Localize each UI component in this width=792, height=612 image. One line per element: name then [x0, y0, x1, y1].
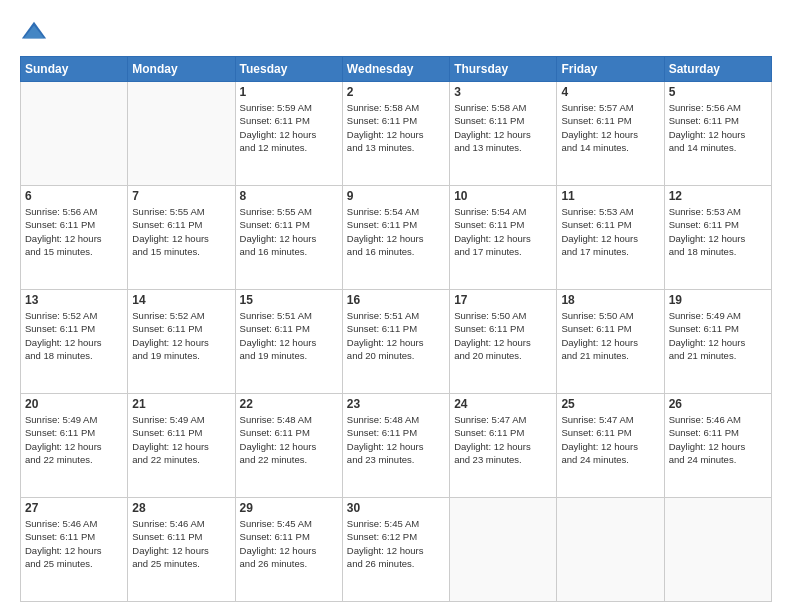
day-info: Sunrise: 5:52 AM Sunset: 6:11 PM Dayligh…: [132, 309, 230, 362]
day-number: 15: [240, 293, 338, 307]
weekday-header: Monday: [128, 57, 235, 82]
calendar-table: SundayMondayTuesdayWednesdayThursdayFrid…: [20, 56, 772, 602]
day-number: 26: [669, 397, 767, 411]
calendar-day-cell: 11Sunrise: 5:53 AM Sunset: 6:11 PM Dayli…: [557, 186, 664, 290]
day-info: Sunrise: 5:49 AM Sunset: 6:11 PM Dayligh…: [25, 413, 123, 466]
calendar-day-cell: 19Sunrise: 5:49 AM Sunset: 6:11 PM Dayli…: [664, 290, 771, 394]
day-info: Sunrise: 5:50 AM Sunset: 6:11 PM Dayligh…: [561, 309, 659, 362]
calendar-day-cell: 13Sunrise: 5:52 AM Sunset: 6:11 PM Dayli…: [21, 290, 128, 394]
day-info: Sunrise: 5:55 AM Sunset: 6:11 PM Dayligh…: [240, 205, 338, 258]
header: [20, 18, 772, 46]
day-info: Sunrise: 5:47 AM Sunset: 6:11 PM Dayligh…: [561, 413, 659, 466]
calendar-day-cell: 16Sunrise: 5:51 AM Sunset: 6:11 PM Dayli…: [342, 290, 449, 394]
weekday-header: Tuesday: [235, 57, 342, 82]
day-info: Sunrise: 5:48 AM Sunset: 6:11 PM Dayligh…: [240, 413, 338, 466]
day-info: Sunrise: 5:53 AM Sunset: 6:11 PM Dayligh…: [561, 205, 659, 258]
day-number: 11: [561, 189, 659, 203]
day-info: Sunrise: 5:54 AM Sunset: 6:11 PM Dayligh…: [347, 205, 445, 258]
calendar-day-cell: [128, 82, 235, 186]
weekday-header: Sunday: [21, 57, 128, 82]
day-info: Sunrise: 5:46 AM Sunset: 6:11 PM Dayligh…: [132, 517, 230, 570]
day-number: 6: [25, 189, 123, 203]
day-info: Sunrise: 5:58 AM Sunset: 6:11 PM Dayligh…: [347, 101, 445, 154]
calendar-day-cell: 26Sunrise: 5:46 AM Sunset: 6:11 PM Dayli…: [664, 394, 771, 498]
calendar-week-row: 6Sunrise: 5:56 AM Sunset: 6:11 PM Daylig…: [21, 186, 772, 290]
day-info: Sunrise: 5:47 AM Sunset: 6:11 PM Dayligh…: [454, 413, 552, 466]
calendar-week-row: 20Sunrise: 5:49 AM Sunset: 6:11 PM Dayli…: [21, 394, 772, 498]
day-number: 28: [132, 501, 230, 515]
day-info: Sunrise: 5:58 AM Sunset: 6:11 PM Dayligh…: [454, 101, 552, 154]
day-info: Sunrise: 5:46 AM Sunset: 6:11 PM Dayligh…: [25, 517, 123, 570]
logo-icon: [20, 18, 48, 46]
day-number: 16: [347, 293, 445, 307]
calendar-day-cell: 17Sunrise: 5:50 AM Sunset: 6:11 PM Dayli…: [450, 290, 557, 394]
day-number: 21: [132, 397, 230, 411]
page: SundayMondayTuesdayWednesdayThursdayFrid…: [0, 0, 792, 612]
calendar-day-cell: 2Sunrise: 5:58 AM Sunset: 6:11 PM Daylig…: [342, 82, 449, 186]
calendar-day-cell: 8Sunrise: 5:55 AM Sunset: 6:11 PM Daylig…: [235, 186, 342, 290]
calendar-day-cell: 30Sunrise: 5:45 AM Sunset: 6:12 PM Dayli…: [342, 498, 449, 602]
day-number: 22: [240, 397, 338, 411]
day-info: Sunrise: 5:51 AM Sunset: 6:11 PM Dayligh…: [240, 309, 338, 362]
calendar-week-row: 27Sunrise: 5:46 AM Sunset: 6:11 PM Dayli…: [21, 498, 772, 602]
day-info: Sunrise: 5:51 AM Sunset: 6:11 PM Dayligh…: [347, 309, 445, 362]
weekday-header: Saturday: [664, 57, 771, 82]
logo: [20, 18, 52, 46]
calendar-day-cell: 15Sunrise: 5:51 AM Sunset: 6:11 PM Dayli…: [235, 290, 342, 394]
day-number: 29: [240, 501, 338, 515]
calendar-day-cell: 24Sunrise: 5:47 AM Sunset: 6:11 PM Dayli…: [450, 394, 557, 498]
day-number: 9: [347, 189, 445, 203]
day-number: 17: [454, 293, 552, 307]
calendar-day-cell: 4Sunrise: 5:57 AM Sunset: 6:11 PM Daylig…: [557, 82, 664, 186]
day-number: 14: [132, 293, 230, 307]
calendar-day-cell: 1Sunrise: 5:59 AM Sunset: 6:11 PM Daylig…: [235, 82, 342, 186]
day-info: Sunrise: 5:56 AM Sunset: 6:11 PM Dayligh…: [669, 101, 767, 154]
day-number: 24: [454, 397, 552, 411]
day-info: Sunrise: 5:55 AM Sunset: 6:11 PM Dayligh…: [132, 205, 230, 258]
calendar-day-cell: 29Sunrise: 5:45 AM Sunset: 6:11 PM Dayli…: [235, 498, 342, 602]
calendar-header-row: SundayMondayTuesdayWednesdayThursdayFrid…: [21, 57, 772, 82]
day-number: 3: [454, 85, 552, 99]
day-number: 10: [454, 189, 552, 203]
day-info: Sunrise: 5:50 AM Sunset: 6:11 PM Dayligh…: [454, 309, 552, 362]
day-number: 5: [669, 85, 767, 99]
day-info: Sunrise: 5:52 AM Sunset: 6:11 PM Dayligh…: [25, 309, 123, 362]
calendar-day-cell: 9Sunrise: 5:54 AM Sunset: 6:11 PM Daylig…: [342, 186, 449, 290]
calendar-day-cell: 27Sunrise: 5:46 AM Sunset: 6:11 PM Dayli…: [21, 498, 128, 602]
calendar-day-cell: 5Sunrise: 5:56 AM Sunset: 6:11 PM Daylig…: [664, 82, 771, 186]
day-number: 30: [347, 501, 445, 515]
calendar-day-cell: [557, 498, 664, 602]
day-info: Sunrise: 5:54 AM Sunset: 6:11 PM Dayligh…: [454, 205, 552, 258]
day-number: 25: [561, 397, 659, 411]
calendar-day-cell: 18Sunrise: 5:50 AM Sunset: 6:11 PM Dayli…: [557, 290, 664, 394]
day-info: Sunrise: 5:45 AM Sunset: 6:11 PM Dayligh…: [240, 517, 338, 570]
day-number: 12: [669, 189, 767, 203]
calendar-day-cell: [21, 82, 128, 186]
day-info: Sunrise: 5:48 AM Sunset: 6:11 PM Dayligh…: [347, 413, 445, 466]
day-number: 20: [25, 397, 123, 411]
calendar-day-cell: 25Sunrise: 5:47 AM Sunset: 6:11 PM Dayli…: [557, 394, 664, 498]
calendar-day-cell: 7Sunrise: 5:55 AM Sunset: 6:11 PM Daylig…: [128, 186, 235, 290]
calendar-day-cell: [664, 498, 771, 602]
calendar-day-cell: 10Sunrise: 5:54 AM Sunset: 6:11 PM Dayli…: [450, 186, 557, 290]
day-info: Sunrise: 5:45 AM Sunset: 6:12 PM Dayligh…: [347, 517, 445, 570]
calendar-day-cell: 22Sunrise: 5:48 AM Sunset: 6:11 PM Dayli…: [235, 394, 342, 498]
day-number: 23: [347, 397, 445, 411]
day-number: 18: [561, 293, 659, 307]
day-info: Sunrise: 5:59 AM Sunset: 6:11 PM Dayligh…: [240, 101, 338, 154]
calendar-day-cell: 20Sunrise: 5:49 AM Sunset: 6:11 PM Dayli…: [21, 394, 128, 498]
day-info: Sunrise: 5:53 AM Sunset: 6:11 PM Dayligh…: [669, 205, 767, 258]
calendar-day-cell: 12Sunrise: 5:53 AM Sunset: 6:11 PM Dayli…: [664, 186, 771, 290]
day-info: Sunrise: 5:56 AM Sunset: 6:11 PM Dayligh…: [25, 205, 123, 258]
calendar-day-cell: 28Sunrise: 5:46 AM Sunset: 6:11 PM Dayli…: [128, 498, 235, 602]
day-number: 27: [25, 501, 123, 515]
calendar-day-cell: 6Sunrise: 5:56 AM Sunset: 6:11 PM Daylig…: [21, 186, 128, 290]
day-number: 8: [240, 189, 338, 203]
calendar-week-row: 13Sunrise: 5:52 AM Sunset: 6:11 PM Dayli…: [21, 290, 772, 394]
weekday-header: Wednesday: [342, 57, 449, 82]
day-number: 1: [240, 85, 338, 99]
day-info: Sunrise: 5:49 AM Sunset: 6:11 PM Dayligh…: [669, 309, 767, 362]
calendar-day-cell: 21Sunrise: 5:49 AM Sunset: 6:11 PM Dayli…: [128, 394, 235, 498]
day-info: Sunrise: 5:46 AM Sunset: 6:11 PM Dayligh…: [669, 413, 767, 466]
weekday-header: Thursday: [450, 57, 557, 82]
